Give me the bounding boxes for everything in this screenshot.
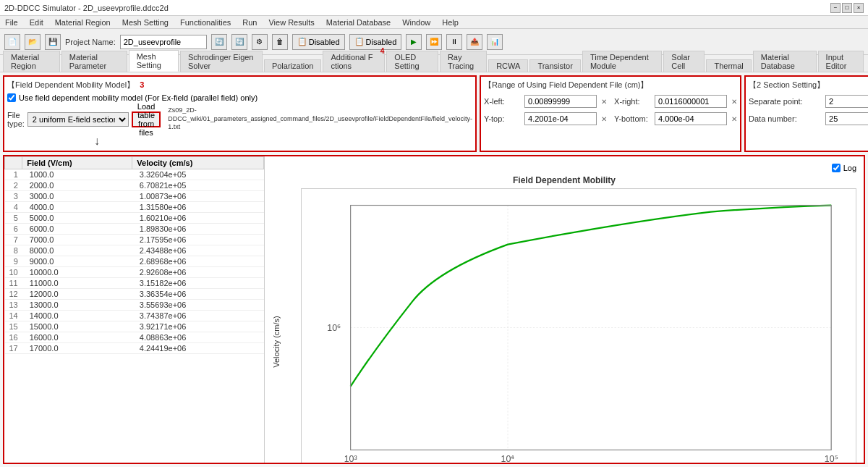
table-row: 88000.02.43488e+06	[5, 245, 264, 256]
fdm-title-text: 【Field Dependent Mobility Model】	[7, 80, 135, 89]
section-box: 【2 Section Setting】 Separate point: ✕ Da…	[744, 75, 868, 152]
tab-thermal[interactable]: Thermal	[706, 59, 751, 72]
chart-area: Log Field Dependent Mobility Velocity (c…	[265, 156, 864, 463]
tab-material-database[interactable]: Material Database	[753, 51, 817, 72]
tab-input-editor[interactable]: Input Editor	[818, 51, 864, 72]
window-controls[interactable]: − □ ×	[830, 3, 864, 13]
project-name-input[interactable]	[120, 35, 207, 49]
settings-btn[interactable]: ⚙	[252, 34, 268, 50]
data-number-input[interactable]	[825, 112, 868, 125]
open-folder-btn[interactable]: 📂	[25, 34, 41, 50]
table-row: 99000.02.68968e+06	[5, 256, 264, 267]
menu-mesh-setting[interactable]: Mesh Setting	[120, 18, 171, 27]
refresh-btn2[interactable]: 🔄	[231, 34, 247, 50]
tab-ray-tracing[interactable]: Ray Tracing	[440, 51, 487, 72]
right-boxes: 【Range of Using Field Dependent File (cm…	[480, 75, 868, 152]
y-bottom-label: Y-bottom:	[614, 114, 650, 123]
fdm-file-row: File type: 2 uniform E-field section Loa…	[7, 106, 472, 132]
menu-file[interactable]: File	[3, 18, 20, 27]
svg-text:10⁶: 10⁶	[327, 323, 341, 333]
separate-point-input[interactable]	[825, 95, 868, 108]
menu-view-results[interactable]: View Results	[266, 18, 316, 27]
range-box-title: 【Range of Using Field Dependent File (cm…	[484, 80, 737, 91]
tab-material-region[interactable]: Material Region	[3, 51, 60, 72]
table-row: 66000.01.89830e+06	[5, 224, 264, 235]
x-right-field: X-right: ✕	[614, 95, 737, 108]
menu-functionalities[interactable]: Functionalities	[178, 18, 233, 27]
disabled-label1: Disabled	[309, 38, 340, 46]
tab-time-dependent[interactable]: Time Dependent Module	[582, 51, 662, 72]
table-row: 1313000.03.55693e+06	[5, 300, 264, 311]
menu-help[interactable]: Help	[440, 18, 461, 27]
tab-oled[interactable]: OLED Setting	[386, 51, 438, 72]
stop-btn[interactable]: ⏸	[446, 34, 462, 50]
menu-material-region[interactable]: Material Region	[53, 18, 113, 27]
range-box: 【Range of Using Field Dependent File (cm…	[480, 75, 741, 152]
tab-schrodinger[interactable]: Schrodinger Eigen Solver	[180, 51, 263, 72]
data-table-container[interactable]: Field (V/cm) Velocity (cm/s) 11000.03.32…	[4, 156, 265, 463]
menu-edit[interactable]: Edit	[27, 18, 46, 27]
fdm-filetype-label: File type:	[7, 111, 25, 128]
tab-material-parameter[interactable]: Material Parameter	[61, 51, 127, 72]
tab-rcwa[interactable]: RCWA	[488, 59, 528, 72]
save-btn[interactable]: 💾	[45, 34, 61, 50]
menu-window[interactable]: Window	[400, 18, 433, 27]
top-section: 【Field Dependent Mobility Model】 3 Use f…	[3, 75, 865, 152]
menu-run[interactable]: Run	[240, 18, 259, 27]
menu-bar: File Edit Material Region Mesh Setting F…	[0, 16, 868, 29]
x-left-label: X-left:	[484, 97, 520, 106]
x-right-clear-icon[interactable]: ✕	[731, 98, 737, 106]
fast-forward-btn[interactable]: ⏩	[426, 34, 442, 50]
section-box-title: 【2 Section Setting】	[749, 80, 868, 91]
table-row: 22000.06.70821e+05	[5, 180, 264, 191]
tab-mesh-setting[interactable]: Mesh Setting	[129, 50, 179, 72]
new-file-btn[interactable]: 📄	[4, 34, 20, 50]
svg-text:10⁵: 10⁵	[825, 454, 838, 464]
table-row: 1111000.03.15182e+06	[5, 278, 264, 289]
fdm-checkbox-row: Use field dependent mobility model (For …	[7, 93, 472, 102]
x-right-input[interactable]	[655, 95, 727, 108]
chart-header: Log	[272, 164, 856, 172]
table-row: 1616000.04.08863e+06	[5, 332, 264, 343]
menu-material-database[interactable]: Material Database	[324, 18, 393, 27]
col-velocity: Velocity (cm/s)	[132, 157, 264, 169]
export-btn[interactable]: 📤	[467, 34, 482, 50]
project-label: Project Name:	[65, 38, 116, 46]
disabled-btn2[interactable]: 📋 Disabled	[349, 34, 402, 50]
fdm-box: 【Field Dependent Mobility Model】 3 Use f…	[3, 75, 477, 152]
col-index	[5, 157, 22, 169]
fdm-checkbox[interactable]	[7, 93, 16, 102]
x-left-clear-icon[interactable]: ✕	[601, 98, 607, 106]
chart-container: 10⁴ 10³ 10⁵ 10⁶	[301, 188, 856, 464]
maximize-btn[interactable]: □	[842, 3, 852, 13]
chart-btn[interactable]: 📊	[487, 34, 503, 50]
minimize-btn[interactable]: −	[830, 3, 841, 13]
y-top-field: Y-top: ✕	[484, 112, 607, 125]
tab-additional[interactable]: Additional F4ctions	[323, 51, 385, 72]
y-bottom-field: Y-bottom: ✕	[614, 112, 737, 125]
tab-transistor[interactable]: Transistor	[529, 59, 581, 72]
fdm-filetype-select[interactable]: 2 uniform E-field section	[27, 112, 129, 127]
separate-point-row: Separate point: ✕	[749, 95, 868, 108]
x-left-input[interactable]	[524, 95, 597, 108]
y-top-input[interactable]	[524, 112, 597, 125]
fdm-arrow: ↓	[94, 135, 472, 148]
table-row: 33000.01.00873e+06	[5, 191, 264, 202]
delete-btn[interactable]: 🗑	[272, 34, 288, 50]
fdm-load-btn[interactable]: Load table from files	[132, 112, 161, 127]
disabled-btn1[interactable]: 📋 Disabled	[292, 34, 345, 50]
log-label: Log	[843, 164, 856, 172]
y-top-clear-icon[interactable]: ✕	[601, 115, 607, 123]
x-right-label: X-right:	[614, 97, 650, 106]
chart-svg: 10⁴ 10³ 10⁵ 10⁶	[302, 189, 856, 464]
refresh-btn1[interactable]: 🔄	[211, 34, 227, 50]
y-bottom-input[interactable]	[655, 112, 727, 125]
table-row: 77000.02.17595e+06	[5, 235, 264, 245]
separate-point-label: Separate point:	[749, 97, 821, 106]
play-btn[interactable]: ▶	[406, 34, 422, 50]
tab-solar-cell[interactable]: Solar Cell	[663, 51, 705, 72]
close-btn[interactable]: ×	[854, 3, 864, 13]
tab-polarization[interactable]: Polarization	[264, 59, 321, 72]
y-bottom-clear-icon[interactable]: ✕	[731, 115, 737, 123]
log-checkbox[interactable]	[832, 164, 841, 172]
